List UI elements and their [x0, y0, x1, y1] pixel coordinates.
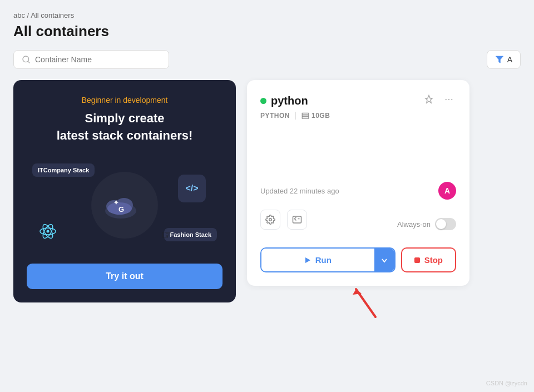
- arrow-annotation: [345, 278, 389, 325]
- filter-icon: [495, 55, 504, 64]
- storage-icon: [301, 112, 309, 120]
- container-card: python PYTHON: [247, 80, 469, 286]
- promo-title: Simply createlatest stack containers!: [57, 110, 193, 145]
- updated-text: Updated 22 minutes ago: [260, 187, 339, 195]
- search-wrapper: [13, 50, 169, 69]
- status-dot: [260, 98, 266, 104]
- settings-icon-button[interactable]: [260, 210, 280, 230]
- stop-button[interactable]: Stop: [401, 247, 456, 272]
- breadcrumb-current: All containers: [31, 11, 74, 19]
- svg-point-15: [451, 99, 452, 100]
- pin-button[interactable]: [422, 93, 436, 108]
- action-icons-row: [260, 210, 307, 230]
- breadcrumb-separator: /: [27, 11, 29, 19]
- cards-row: Beginner in development Simply createlat…: [13, 80, 521, 302]
- svg-line-1: [28, 61, 29, 63]
- search-input[interactable]: [35, 55, 161, 64]
- watermark: CSDN @zycdn: [486, 380, 527, 386]
- filter-label: A: [507, 55, 512, 64]
- run-dropdown-button[interactable]: [374, 249, 394, 271]
- always-on-row: Always-on: [397, 218, 456, 230]
- svg-rect-17: [302, 115, 309, 117]
- container-meta: PYTHON 10GB: [260, 112, 456, 120]
- pin-icon: [424, 95, 434, 105]
- search-icon: [22, 55, 31, 64]
- more-icon: [444, 95, 454, 105]
- promo-card: Beginner in development Simply createlat…: [13, 80, 236, 302]
- svg-rect-16: [302, 113, 309, 115]
- chevron-down-icon: [381, 257, 388, 264]
- svg-rect-20: [293, 216, 301, 223]
- react-icon: [38, 221, 58, 241]
- breadcrumb-parent[interactable]: abc: [13, 11, 25, 19]
- container-card-header: python: [260, 93, 456, 108]
- svg-point-14: [448, 99, 449, 100]
- action-full-row: Always-on: [260, 210, 456, 239]
- play-icon: [304, 257, 311, 264]
- run-button-group: Run: [260, 247, 395, 272]
- toggle-knob: [436, 219, 446, 229]
- updated-row: Updated 22 minutes ago A: [260, 182, 456, 200]
- avatar: A: [438, 182, 456, 200]
- container-name: python: [271, 95, 308, 107]
- header-actions: [422, 93, 456, 108]
- always-on-toggle[interactable]: [435, 218, 456, 230]
- more-options-button[interactable]: [442, 93, 456, 108]
- svg-text:G: G: [118, 205, 124, 214]
- buttons-row: Run Stop: [260, 247, 456, 272]
- container-card-wrapper: python PYTHON: [247, 80, 469, 286]
- try-it-out-button[interactable]: Try it out: [27, 264, 222, 289]
- search-bar-row: A: [13, 50, 521, 69]
- svg-marker-2: [496, 56, 503, 63]
- terminal-icon: [292, 215, 302, 225]
- svg-marker-22: [305, 257, 310, 263]
- svg-point-19: [269, 219, 272, 221]
- meta-separator: [295, 112, 296, 120]
- container-language: PYTHON: [260, 112, 290, 120]
- badge-itcompany: ITCompany Stack: [32, 163, 95, 177]
- page-title: All containers: [13, 23, 521, 40]
- filter-button[interactable]: A: [487, 50, 521, 69]
- stop-icon: [414, 257, 420, 263]
- gear-icon: [265, 215, 275, 225]
- svg-point-13: [446, 99, 447, 100]
- svg-point-12: [47, 230, 50, 232]
- container-name-row: python: [260, 95, 308, 107]
- terminal-icon-button[interactable]: [287, 210, 307, 230]
- promo-illustration: ITCompany Stack ✦ G </>: [27, 158, 222, 252]
- container-storage: 10GB: [301, 112, 330, 120]
- always-on-label: Always-on: [397, 220, 431, 229]
- breadcrumb: abc / All containers: [13, 11, 521, 19]
- cloud-icon: ✦ G: [101, 186, 140, 225]
- run-button[interactable]: Run: [261, 249, 374, 271]
- svg-rect-18: [302, 117, 309, 118]
- promo-label: Beginner in development: [82, 96, 168, 105]
- cursor-icon: ☞: [161, 228, 172, 242]
- code-icon: </>: [178, 175, 206, 202]
